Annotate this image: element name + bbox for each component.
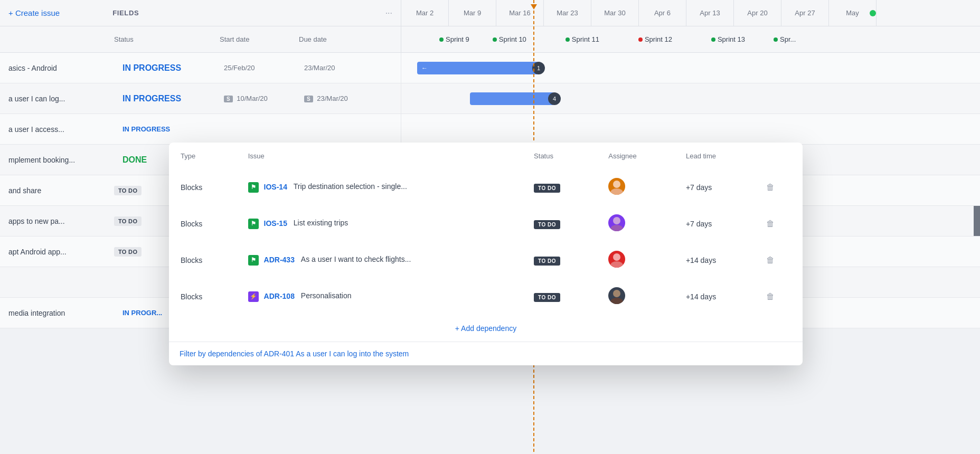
dep-delete[interactable]: 🗑 <box>756 279 802 314</box>
dep-type: Blocks <box>170 206 237 241</box>
gantt-header: + Create issue FIELDS ··· Mar 2 Mar 9 Ma… <box>0 0 980 26</box>
row-name: media integration <box>8 309 114 317</box>
modal-body: Blocks ⚑ IOS-14 Trip destination selecti… <box>170 169 802 314</box>
row-name: mplement booking... <box>8 156 114 164</box>
row-name: apt Android app... <box>8 248 114 256</box>
bar-count: 4 <box>548 92 561 105</box>
sprint-13-dot <box>711 37 715 42</box>
status-badge: TO DO <box>534 184 560 193</box>
due-date-header: Due date <box>290 35 370 43</box>
avatar-img <box>608 287 625 304</box>
svg-point-5 <box>610 261 623 268</box>
dep-status: TO DO <box>523 206 597 241</box>
row-left: asics - Android IN PROGRESS 25/Feb/20 23… <box>0 53 401 83</box>
dep-delete[interactable]: 🗑 <box>756 169 802 205</box>
svg-point-1 <box>610 188 623 195</box>
sprint-11-dot <box>566 37 570 42</box>
dep-type: Blocks <box>170 279 237 314</box>
issue-icon-green: ⚑ <box>248 255 259 266</box>
start-date-header: Start date <box>211 35 290 43</box>
gantt-bar: ← 1 <box>417 62 539 74</box>
issue-link[interactable]: IOS-15 <box>264 219 287 227</box>
gantt-row: 4 <box>401 83 980 114</box>
start-date: 25/Feb/20 <box>220 64 304 72</box>
svg-point-2 <box>613 217 620 224</box>
dep-issue: ⚑ ADR-433 As a user I want to check flig… <box>238 242 522 278</box>
fields-label: FIELDS <box>112 9 139 17</box>
dependency-modal: Type Issue Status Assignee Lead time Blo… <box>169 143 803 365</box>
date-mar23: Mar 23 <box>544 0 591 26</box>
delete-icon[interactable]: 🗑 <box>766 256 775 264</box>
issue-icon-green: ⚑ <box>248 182 259 193</box>
dep-assignee <box>598 206 674 241</box>
dep-assignee <box>598 169 674 205</box>
delete-icon[interactable]: 🗑 <box>766 292 775 301</box>
issue-link[interactable]: ADR-433 <box>264 255 295 263</box>
row-name: apps to new pa... <box>8 217 114 225</box>
start-date: S 10/Mar/20 <box>220 94 304 102</box>
date-mar2: Mar 2 <box>401 0 449 26</box>
delete-icon[interactable]: 🗑 <box>766 219 775 228</box>
add-dependency-button[interactable]: + Add dependency <box>455 324 516 333</box>
dep-delete[interactable]: 🗑 <box>756 242 802 278</box>
dep-delete[interactable]: 🗑 <box>756 206 802 241</box>
leadtime-header: Lead time <box>675 144 755 168</box>
today-arrow <box>531 4 537 10</box>
date-apr27: Apr 27 <box>781 0 829 26</box>
date-mar30: Mar 30 <box>591 0 639 26</box>
create-issue-button[interactable]: + Create issue <box>8 8 60 17</box>
issue-icon-purple: ⚡ <box>248 291 259 302</box>
sprint-10: Sprint 10 <box>486 35 533 43</box>
date-apr6: Apr 6 <box>639 0 686 26</box>
dependency-row: Blocks ⚑ ADR-433 As a user I want to che… <box>170 242 802 278</box>
dep-issue: ⚑ IOS-14 Trip destination selection - si… <box>238 169 522 205</box>
delete-icon[interactable]: 🗑 <box>766 183 775 192</box>
dep-assignee <box>598 242 674 278</box>
gantt-row <box>401 114 980 144</box>
status-header: Status <box>523 144 597 168</box>
dep-leadtime: +7 days <box>675 169 755 205</box>
filter-dependencies-link[interactable]: Filter by dependencies of ADR-401 As a u… <box>169 342 803 365</box>
avatar <box>608 287 625 304</box>
sprint-11: Sprint 11 <box>559 35 606 43</box>
modal-header: Type Issue Status Assignee Lead time <box>170 144 802 168</box>
svg-point-4 <box>613 253 620 261</box>
issue-icon-green: ⚑ <box>248 219 259 229</box>
column-headers: Status Start date Due date <box>0 26 401 53</box>
add-dependency-section: + Add dependency <box>169 315 803 342</box>
issue-title: Trip destination selection - single... <box>294 182 407 191</box>
due-date: S 23/Mar/20 <box>304 94 389 102</box>
dep-leadtime: +7 days <box>675 206 755 241</box>
status-badge: TO DO <box>534 257 560 266</box>
dependency-table: Type Issue Status Assignee Lead time Blo… <box>169 143 803 315</box>
dep-status: TO DO <box>523 279 597 314</box>
row-name: and share <box>8 186 114 195</box>
fields-dots-menu[interactable]: ··· <box>385 8 392 18</box>
row-name: asics - Android <box>8 64 114 72</box>
table-row: a user I access... IN PROGRESS <box>0 114 980 145</box>
avatar <box>608 251 625 268</box>
issue-title: As a user I want to check flights... <box>301 255 411 263</box>
gantt-row: ← 1 <box>401 53 980 83</box>
issue-link[interactable]: ADR-108 <box>264 291 295 300</box>
sidebar-handle <box>974 206 980 236</box>
dep-leadtime: +14 days <box>675 279 755 314</box>
sprint-next: Spr... <box>767 35 802 43</box>
dep-status: TO DO <box>523 242 597 278</box>
sprint-12-dot <box>638 37 643 42</box>
table-row: asics - Android IN PROGRESS 25/Feb/20 23… <box>0 53 980 83</box>
date-apr13: Apr 13 <box>686 0 734 26</box>
gantt-bar: 4 <box>470 92 554 105</box>
svg-point-6 <box>613 290 620 297</box>
due-date: 23/Mar/20 <box>304 64 389 72</box>
svg-point-3 <box>610 225 623 231</box>
issue-link[interactable]: IOS-14 <box>264 182 287 191</box>
svg-point-7 <box>610 298 623 304</box>
row-name: a user I access... <box>8 125 114 134</box>
dates-header: Mar 2 Mar 9 Mar 16 Mar 23 Mar 30 Apr 6 A… <box>401 0 980 26</box>
status-badge: TO DO <box>534 220 560 229</box>
dep-assignee <box>598 279 674 314</box>
status-badge: IN PROGRESS <box>114 94 220 103</box>
table-row: a user I can log... IN PROGRESS S 10/Mar… <box>0 83 980 114</box>
status-badge: TO DO <box>114 186 142 195</box>
